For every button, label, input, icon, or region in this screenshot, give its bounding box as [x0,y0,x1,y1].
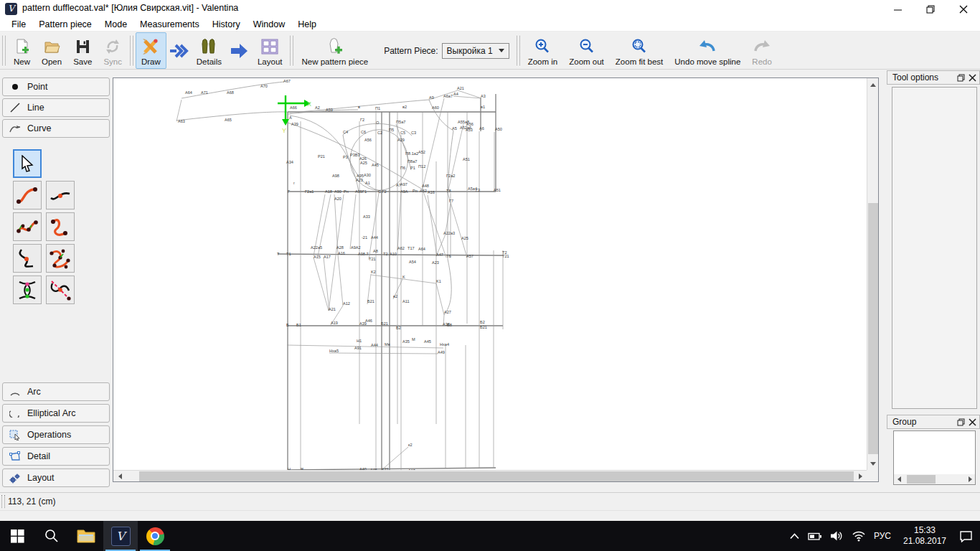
tool-curve-intersect-axis[interactable] [46,276,75,304]
tool-point-along-spline-path[interactable] [13,244,42,273]
undo-button[interactable]: Undo move spline [669,32,746,69]
tool-point-along-spline[interactable] [46,181,75,209]
float-dock-icon[interactable] [957,74,965,82]
float-dock-icon[interactable] [957,418,965,426]
menu-help[interactable]: Help [291,17,323,32]
svg-text:A8: A8 [373,249,378,253]
mode-draw-button[interactable]: Draw [136,32,166,69]
svg-text:Р1: Р1 [410,166,415,170]
main-toolbar: New Open Save Sync Draw [0,32,980,70]
vertical-scroll-thumb[interactable] [868,203,878,454]
scroll-right-arrow[interactable] [855,471,865,481]
horizontal-scrollbar[interactable] [113,470,867,481]
layout-grid-icon [260,37,279,56]
horizontal-scroll-thumb[interactable] [139,471,854,481]
save-button[interactable]: Save [67,32,98,69]
zoom-out-button[interactable]: Zoom out [563,32,610,69]
pattern-piece-combobox[interactable]: Выкройка 1 [442,43,509,59]
svg-text:в2: в2 [402,105,407,109]
taskbar-search-button[interactable] [34,521,69,551]
taskbar-chrome[interactable] [138,521,172,551]
tool-select-arrow[interactable] [13,149,42,178]
cursor-arrow-icon [19,155,35,172]
svg-text:Б1: Б1 [296,323,301,327]
battery-icon[interactable] [808,531,822,542]
new-button[interactable]: New [8,32,36,69]
restore-button[interactable] [914,0,947,19]
svg-text:A21: A21 [457,86,464,90]
zoom-fit-best-button[interactable]: Zoom fit best [610,32,669,69]
close-button[interactable] [947,0,980,19]
svg-text:Б: Б [286,323,289,327]
tray-chevron-up-icon[interactable] [789,532,800,540]
svg-text:Г2: Г2 [360,118,364,122]
minimize-button[interactable] [881,0,914,19]
menu-mode[interactable]: Mode [98,17,133,32]
toolbox-section-arc[interactable]: Arc [2,382,110,401]
wifi-icon[interactable] [852,530,866,542]
svg-text:A22а5: A22а5 [311,245,322,250]
toolbox-section-operations[interactable]: Operations [2,425,110,444]
tool-cubic-bezier[interactable] [46,212,75,241]
pattern-drawing[interactable]: A64A71A68A70A67A63A65A66A2A59AA39вП1в2Г2… [113,78,867,470]
open-folder-icon [43,37,60,56]
svg-text:Мв: Мв [385,342,390,347]
menu-window[interactable]: Window [247,17,291,32]
taskbar-clock[interactable]: 15:33 21.08.2017 [899,525,951,547]
scroll-down-arrow[interactable] [867,458,878,468]
speaker-icon[interactable] [830,530,844,542]
scroll-up-arrow[interactable] [867,80,878,90]
close-dock-icon[interactable] [969,418,976,426]
taskbar-valentina-app[interactable]: V [103,521,138,551]
language-indicator[interactable]: РУС [874,531,891,541]
svg-text:A98: A98 [332,174,339,178]
menu-pattern-piece[interactable]: Pattern piece [32,17,98,32]
mode-details-button[interactable]: Details [191,32,227,69]
svg-text:A99Г1: A99Г1 [355,189,367,194]
menu-file[interactable]: File [5,17,32,32]
menu-history[interactable]: History [206,17,247,32]
toolbar-drag-handle[interactable] [130,36,133,65]
title-bar: V pattern dufflecoat.val* [Юлия Свирская… [0,0,980,17]
toolbar-drag-handle[interactable] [517,36,520,65]
s-curve-icon [50,216,71,237]
toolbox-section-detail[interactable]: Detail [2,447,110,466]
group-list-panel[interactable] [893,430,976,485]
svg-text:-21: -21 [362,235,367,240]
scroll-left-arrow[interactable] [895,474,903,484]
start-button[interactable] [0,521,34,551]
close-dock-icon[interactable] [969,74,976,82]
svg-text:A49: A49 [438,350,445,354]
toolbox-section-layout[interactable]: Layout [2,468,110,487]
new-pattern-piece-button[interactable]: New pattern piece [296,32,374,69]
minimize-icon [894,6,902,14]
zoom-in-button[interactable]: Zoom in [522,32,564,69]
toolbar-drag-handle[interactable] [290,36,293,65]
open-button[interactable]: Open [36,32,67,69]
scroll-left-arrow[interactable] [115,471,125,481]
svg-text:A21: A21 [329,307,336,311]
menu-measurements[interactable]: Measurements [133,17,206,32]
action-center-icon[interactable] [958,530,973,542]
tool-spline-path[interactable] [13,212,42,241]
scroll-right-arrow[interactable] [966,474,974,484]
toolbox-section-line[interactable]: Line [2,98,110,117]
tool-spline[interactable] [13,181,42,209]
svg-text:K2: K2 [371,270,376,274]
taskbar-file-explorer[interactable] [69,521,103,551]
toolbox-section-point[interactable]: Point [2,77,110,96]
tool-intersect-curves[interactable] [13,276,42,304]
toolbox-section-elliptical-arc[interactable]: Elliptical Arc [2,404,110,423]
svg-text:Pn: Pn [413,189,418,193]
toolbar-drag-handle[interactable] [2,36,6,65]
mode-layout-button[interactable]: Layout [252,32,288,69]
group-title: Group [892,417,916,427]
redo-icon [753,37,771,56]
group-horizontal-scrollbar[interactable] [894,474,975,484]
drawing-canvas-frame: A64A71A68A70A67A63A65A66A2A59AA39вП1в2Г2… [113,77,879,482]
svg-text:X: X [307,100,311,108]
tool-spline-path-points[interactable] [46,244,75,273]
vertical-scrollbar[interactable] [867,78,878,470]
toolbox-section-curve[interactable]: Curve [2,119,110,138]
group-scroll-thumb[interactable] [907,475,936,484]
